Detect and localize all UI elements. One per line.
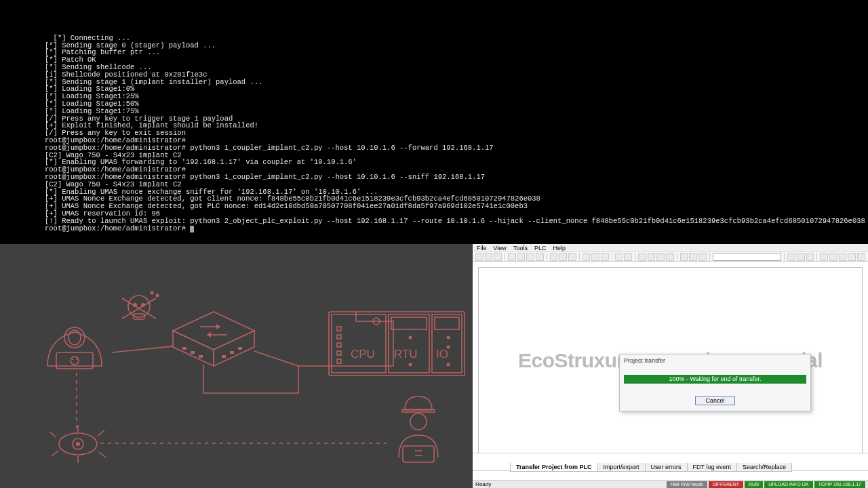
- svg-rect-53: [403, 446, 434, 462]
- status-chip: HMI R/W mode: [667, 481, 707, 488]
- toolbar-button[interactable]: [787, 253, 795, 261]
- menu-help[interactable]: Help: [553, 245, 566, 251]
- svg-point-52: [410, 413, 427, 430]
- toolbar-button[interactable]: [624, 253, 632, 261]
- svg-rect-30: [337, 343, 341, 347]
- ecostruxure-app: File View Tools PLC Help EcoStruxure Con…: [473, 244, 868, 488]
- svg-point-3: [71, 357, 79, 365]
- svg-point-4: [72, 359, 73, 360]
- svg-line-46: [52, 451, 58, 456]
- toolbar-button[interactable]: [517, 253, 526, 261]
- menu-tools[interactable]: Tools: [513, 245, 528, 251]
- link-attacker-switch: [112, 346, 180, 352]
- svg-rect-20: [191, 351, 195, 354]
- eye-monster-icon: [50, 425, 106, 463]
- svg-point-44: [76, 442, 80, 446]
- svg-rect-19: [182, 347, 186, 350]
- tab-search-replace[interactable]: Search/Replace: [736, 463, 792, 472]
- terminal-pane: [*] Connecting ... [*] Sending stage 0 (…: [0, 0, 868, 244]
- menu-plc[interactable]: PLC: [534, 245, 547, 251]
- editor-canvas: EcoStruxure Control Expert Trial Project…: [478, 267, 863, 454]
- svg-point-5: [76, 359, 77, 360]
- svg-rect-29: [337, 335, 341, 339]
- toolbar-separator: [709, 253, 710, 261]
- toolbar-button[interactable]: [508, 253, 516, 261]
- toolbar-button[interactable]: [559, 253, 567, 261]
- progress-text: 100% - Waiting for end of transfer.: [624, 375, 806, 384]
- attack-diagram-pane: .s { stroke:#b86060; stroke-width:1.6; f…: [0, 244, 473, 488]
- toolbar: [473, 252, 868, 262]
- toolbar-button[interactable]: [591, 253, 599, 261]
- toolbar-separator: [816, 253, 817, 261]
- toolbar-button[interactable]: [583, 253, 591, 261]
- plc-rtu-label: RTU: [394, 348, 418, 361]
- toolbar-button[interactable]: [615, 253, 623, 261]
- toolbar-button[interactable]: [806, 253, 814, 261]
- status-ready: Ready: [475, 481, 491, 487]
- menu-file[interactable]: File: [477, 245, 487, 251]
- menubar: File View Tools PLC Help: [473, 244, 868, 252]
- toolbar-button[interactable]: [698, 253, 707, 261]
- svg-point-13: [151, 291, 154, 295]
- svg-rect-21: [199, 355, 203, 358]
- toolbar-button[interactable]: [857, 253, 865, 261]
- toolbar-separator: [784, 253, 785, 261]
- toolbar-button[interactable]: [689, 253, 697, 261]
- svg-rect-23: [230, 351, 234, 354]
- toolbar-button[interactable]: [839, 253, 847, 261]
- toolbar-button[interactable]: [475, 253, 484, 261]
- svg-rect-26: [332, 314, 386, 373]
- svg-rect-32: [337, 359, 341, 363]
- toolbar-button[interactable]: [848, 253, 856, 261]
- toolbar-separator: [579, 253, 580, 261]
- switch-3d-icon: [173, 312, 254, 366]
- dialog-button-row: Cancel: [620, 393, 810, 411]
- dialog-title: Project transfer: [620, 354, 810, 368]
- status-chip: RUN: [745, 481, 763, 488]
- toolbar-button[interactable]: [797, 253, 805, 261]
- project-transfer-dialog: Project transfer 100% - Waiting for end …: [619, 354, 811, 411]
- tab-transfer-project-from-plc[interactable]: Transfer Project from PLC: [510, 463, 598, 472]
- toolbar-button[interactable]: [829, 253, 837, 261]
- tab-import-export[interactable]: Import/export: [597, 463, 646, 472]
- status-chip: TCPIP 192.168.1.17: [814, 481, 865, 488]
- toolbar-button[interactable]: [656, 253, 665, 261]
- svg-point-36: [409, 363, 412, 367]
- cancel-button[interactable]: Cancel: [695, 396, 734, 405]
- svg-line-47: [98, 430, 104, 436]
- tab-user-errors[interactable]: User errors: [645, 463, 688, 472]
- skull-crossbones-icon: [122, 291, 159, 320]
- tab-fdt-log-event[interactable]: FDT log event: [687, 463, 737, 472]
- toolbar-button[interactable]: [666, 253, 674, 261]
- svg-rect-34: [391, 317, 427, 329]
- diagram-svg: .s { stroke:#b86060; stroke-width:1.6; f…: [0, 244, 473, 488]
- status-chips: HMI R/W modeDIFFERENTRUNUPLOAD INFO OKTC…: [667, 481, 865, 488]
- status-chip: UPLOAD INFO OK: [764, 481, 813, 488]
- toolbar-button[interactable]: [526, 253, 534, 261]
- svg-rect-24: [238, 347, 242, 350]
- toolbar-button[interactable]: [485, 253, 493, 261]
- toolbar-button[interactable]: [568, 253, 576, 261]
- svg-point-35: [409, 336, 412, 340]
- toolbar-separator: [612, 253, 612, 261]
- terminal-output: [*] Connecting ... [*] Sending stage 0 (…: [45, 34, 868, 232]
- svg-rect-22: [222, 355, 226, 358]
- svg-rect-51: [402, 409, 435, 412]
- toolbar-button[interactable]: [494, 253, 502, 261]
- status-chip: DIFFERENT: [709, 481, 743, 488]
- toolbar-separator: [677, 253, 677, 261]
- toolbar-button[interactable]: [550, 253, 558, 261]
- bottom-dock: Transfer Project from PLCImport/exportUs…: [473, 453, 868, 480]
- toolbar-button[interactable]: [648, 253, 656, 261]
- svg-point-12: [156, 294, 159, 298]
- toolbar-button[interactable]: [638, 253, 646, 261]
- toolbar-button[interactable]: [536, 253, 544, 261]
- toolbar-button[interactable]: [820, 253, 828, 261]
- toolbar-button[interactable]: [601, 253, 609, 261]
- toolbar-separator: [547, 253, 547, 261]
- hooded-attacker-icon: [47, 327, 102, 369]
- toolbar-combo[interactable]: [713, 253, 782, 261]
- toolbar-button[interactable]: [680, 253, 688, 261]
- menu-view[interactable]: View: [494, 245, 507, 251]
- plc-io-label: IO: [436, 348, 448, 361]
